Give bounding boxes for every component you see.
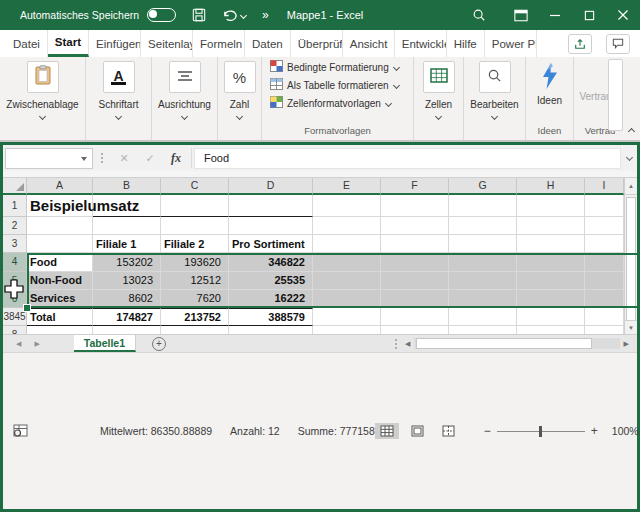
- cell-H8[interactable]: [517, 326, 585, 334]
- column-header-B[interactable]: B: [93, 178, 161, 195]
- zoom-track[interactable]: [497, 431, 585, 432]
- cell-F7[interactable]: [381, 308, 449, 326]
- cell-H3[interactable]: [517, 235, 585, 253]
- cell-C7[interactable]: 213752: [161, 308, 229, 326]
- page-layout-view-button[interactable]: [406, 423, 430, 439]
- cell-B2[interactable]: [93, 217, 161, 235]
- cell-A4[interactable]: Food: [27, 253, 93, 271]
- group-label-cells[interactable]: Zellen: [425, 99, 452, 110]
- cell-C4[interactable]: 193620: [161, 253, 229, 271]
- cell-F3[interactable]: [381, 235, 449, 253]
- previous-sheet-icon[interactable]: ◀: [16, 340, 21, 348]
- zoom-out-icon[interactable]: −: [478, 424, 497, 438]
- cell-H1[interactable]: [517, 195, 585, 217]
- cell-D2[interactable]: [229, 217, 313, 235]
- tab-entwicklertools[interactable]: Entwicklertools: [395, 30, 447, 57]
- chevron-down-icon[interactable]: [115, 113, 122, 120]
- tab-hilfe[interactable]: Hilfe: [447, 30, 485, 57]
- column-header-I[interactable]: I: [585, 178, 624, 195]
- insert-function-icon[interactable]: fx: [163, 151, 189, 166]
- cell-C2[interactable]: [161, 217, 229, 235]
- editing-button[interactable]: [479, 61, 511, 93]
- cell-B5[interactable]: 13023: [93, 272, 161, 290]
- cell-G3[interactable]: [449, 235, 517, 253]
- chevron-down-icon[interactable]: [435, 113, 442, 120]
- next-sheet-icon[interactable]: ▶: [34, 340, 39, 348]
- cell-E4[interactable]: [313, 253, 381, 271]
- cell-I1[interactable]: [585, 195, 624, 217]
- ribbon-scroll-button[interactable]: [608, 59, 623, 131]
- cancel-entry-icon[interactable]: ✕: [111, 152, 137, 165]
- cell-E7[interactable]: [313, 308, 381, 326]
- cell-C1[interactable]: [161, 195, 229, 217]
- chevron-down-icon[interactable]: [491, 113, 498, 120]
- macro-record-icon[interactable]: [13, 424, 28, 439]
- cell-D1[interactable]: [229, 195, 313, 217]
- new-sheet-button[interactable]: +: [152, 335, 166, 352]
- autosave-toggle[interactable]: [147, 8, 176, 22]
- cell-A5[interactable]: Non-Food: [27, 272, 93, 290]
- tab-ueberpruefen[interactable]: Überprüfen: [291, 30, 343, 57]
- zoom-slider[interactable]: − +: [478, 424, 604, 438]
- cell-B6[interactable]: 8602: [93, 290, 161, 308]
- group-label-editing[interactable]: Bearbeiten: [470, 99, 518, 110]
- cell-I8[interactable]: [585, 326, 624, 334]
- tab-seitenlayout[interactable]: Seitenlayout: [141, 30, 193, 57]
- format-as-table-button[interactable]: Als Tabelle formatieren: [270, 77, 399, 93]
- conditional-formatting-button[interactable]: Bedingte Formatierung: [270, 59, 399, 75]
- cell-I3[interactable]: [585, 235, 624, 253]
- ideas-button-label[interactable]: Ideen: [537, 95, 562, 106]
- cell-F5[interactable]: [381, 272, 449, 290]
- cell-I5[interactable]: [585, 272, 624, 290]
- page-break-preview-button[interactable]: [437, 423, 461, 439]
- cell-H7[interactable]: [517, 308, 585, 326]
- cell-A7[interactable]: Total: [27, 308, 93, 326]
- tab-power-pivot[interactable]: Power Pivot: [485, 30, 537, 57]
- chevron-down-icon[interactable]: [236, 113, 243, 120]
- cell-F2[interactable]: [381, 217, 449, 235]
- row-header-3[interactable]: 3: [3, 235, 27, 253]
- row-header-6[interactable]: 6: [3, 290, 27, 308]
- number-format-button[interactable]: %: [224, 61, 256, 93]
- cell-G7[interactable]: [449, 308, 517, 326]
- cell-G4[interactable]: [449, 253, 517, 271]
- cell-F4[interactable]: [381, 253, 449, 271]
- cell-G6[interactable]: [449, 290, 517, 308]
- cell-B3[interactable]: Filiale 1: [93, 235, 161, 253]
- cell-D7[interactable]: 388579: [229, 308, 313, 326]
- cell-H2[interactable]: [517, 217, 585, 235]
- name-box[interactable]: [5, 148, 93, 169]
- group-label-font[interactable]: Schriftart: [98, 99, 138, 110]
- column-header-H[interactable]: H: [517, 178, 585, 195]
- sheet-tab-tabelle1[interactable]: Tabelle1: [74, 335, 136, 352]
- column-header-G[interactable]: G: [449, 178, 517, 195]
- status-sum[interactable]: Summe: 777158: [298, 425, 375, 437]
- font-button[interactable]: A: [103, 61, 135, 93]
- row-header-7[interactable]: 3845: [3, 308, 27, 326]
- cell-G1[interactable]: [449, 195, 517, 217]
- scroll-left-icon[interactable]: ◀: [401, 340, 414, 348]
- group-label-alignment[interactable]: Ausrichtung: [158, 99, 211, 110]
- cell-C5[interactable]: 12512: [161, 272, 229, 290]
- scroll-down-icon[interactable]: ▼: [625, 320, 637, 334]
- scroll-up-icon[interactable]: ▲: [624, 178, 637, 195]
- group-label-number[interactable]: Zahl: [230, 99, 249, 110]
- ribbon-display-options-icon[interactable]: [504, 0, 538, 30]
- cell-C3[interactable]: Filiale 2: [161, 235, 229, 253]
- cell-I4[interactable]: [585, 253, 624, 271]
- cell-F8[interactable]: [381, 326, 449, 334]
- status-average[interactable]: Mittelwert: 86350.88889: [100, 425, 212, 437]
- expand-formula-bar-icon[interactable]: [626, 154, 633, 161]
- normal-view-button[interactable]: [375, 423, 399, 439]
- cell-H4[interactable]: [517, 253, 585, 271]
- column-header-D[interactable]: D: [229, 178, 313, 195]
- scroll-right-icon[interactable]: ▶: [620, 340, 633, 348]
- status-count[interactable]: Anzahl: 12: [230, 425, 280, 437]
- cell-C6[interactable]: 7620: [161, 290, 229, 308]
- cell-A3[interactable]: [27, 235, 93, 253]
- tab-ansicht[interactable]: Ansicht: [343, 30, 395, 57]
- horizontal-scrollbar[interactable]: ◀ ▶: [391, 335, 633, 352]
- row-header-5[interactable]: 5: [3, 272, 27, 290]
- cell-G5[interactable]: [449, 272, 517, 290]
- cell-B7[interactable]: 174827: [93, 308, 161, 326]
